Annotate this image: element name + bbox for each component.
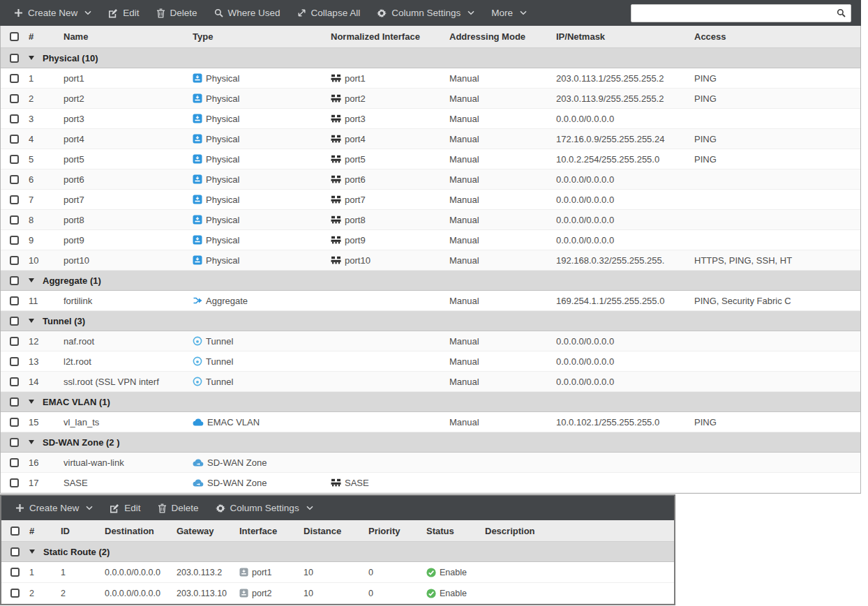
- row-checkbox[interactable]: [10, 357, 19, 366]
- row-checkbox[interactable]: [10, 337, 19, 346]
- interface-row[interactable]: 9port9Physicalport9Manual0.0.0.0/0.0.0.0: [1, 230, 860, 250]
- column-header-[interactable]: #: [29, 31, 63, 42]
- interface-row[interactable]: 11fortilinkAggregateManual169.254.1.1/25…: [1, 291, 860, 311]
- chevron-down-icon: [84, 10, 91, 15]
- interface-row[interactable]: 5port5Physicalport5Manual10.0.2.254/255.…: [1, 149, 860, 169]
- column-header-distance[interactable]: Distance: [304, 526, 368, 536]
- type-label: Physical: [206, 235, 239, 245]
- row-checkbox[interactable]: [10, 527, 20, 536]
- row-checkbox[interactable]: [10, 296, 19, 305]
- checkbox-cell: [1, 155, 29, 164]
- search-icon[interactable]: [837, 8, 846, 17]
- row-checkbox[interactable]: [10, 114, 19, 123]
- interface-row[interactable]: 15vl_lan_tsEMAC VLANManual10.0.102.1/255…: [1, 412, 860, 432]
- interface-row[interactable]: 7port7Physicalport7Manual0.0.0.0/0.0.0.0: [1, 190, 860, 210]
- column-header-normalized-interface[interactable]: Normalized Interface: [331, 31, 449, 42]
- column-header-priority[interactable]: Priority: [368, 526, 426, 536]
- interface-row[interactable]: 8port8Physicalport8Manual0.0.0.0/0.0.0.0: [1, 210, 860, 230]
- cell-number: 2: [29, 589, 61, 598]
- interface-row[interactable]: 17SASESD-WAN ZoneSASE: [1, 473, 860, 493]
- toolbar-item-more[interactable]: More: [483, 0, 535, 26]
- group-row-static-route-2[interactable]: Static Route (2): [1, 542, 674, 562]
- cell-type: Physical: [193, 134, 331, 144]
- row-checkbox[interactable]: [10, 54, 19, 63]
- trash-icon: [156, 8, 165, 18]
- row-checkbox[interactable]: [10, 236, 19, 245]
- static-route-row[interactable]: 110.0.0.0/0.0.0.0203.0.113.2port1100Enab…: [1, 562, 674, 583]
- row-checkbox[interactable]: [10, 547, 20, 556]
- row-checkbox[interactable]: [10, 155, 19, 164]
- row-checkbox[interactable]: [10, 397, 19, 407]
- toolbar-item-collapse-all[interactable]: Collapse All: [289, 0, 369, 26]
- row-checkbox[interactable]: [10, 589, 20, 598]
- interface-row[interactable]: 10port10Physicalport10Manual192.168.0.32…: [1, 250, 860, 271]
- checkbox-cell: [1, 94, 29, 103]
- edit-icon: [110, 503, 119, 513]
- toolbar-item-column-settings[interactable]: Column Settings: [207, 496, 322, 520]
- column-header-addressing-mode[interactable]: Addressing Mode: [449, 31, 556, 42]
- column-header-name[interactable]: Name: [63, 31, 193, 42]
- static-route-row[interactable]: 220.0.0.0/0.0.0.0203.0.113.10port2100Ena…: [1, 583, 674, 604]
- row-checkbox[interactable]: [10, 317, 19, 326]
- row-checkbox[interactable]: [10, 276, 19, 285]
- search-input[interactable]: [636, 8, 837, 18]
- row-checkbox[interactable]: [10, 438, 19, 447]
- column-header-destination[interactable]: Destination: [105, 526, 177, 536]
- row-checkbox[interactable]: [10, 377, 19, 386]
- row-checkbox[interactable]: [10, 458, 19, 467]
- interface-row[interactable]: 13l2t.rootTunnelManual0.0.0.0/0.0.0.0: [1, 351, 860, 372]
- cell-destination: 0.0.0.0/0.0.0.0: [105, 568, 177, 577]
- column-header-gateway[interactable]: Gateway: [177, 526, 239, 536]
- type-label: Aggregate: [206, 296, 248, 306]
- row-checkbox[interactable]: [10, 478, 19, 487]
- column-header-interface[interactable]: Interface: [239, 526, 304, 536]
- row-checkbox[interactable]: [10, 74, 19, 83]
- interface-row[interactable]: 2port2Physicalport2Manual203.0.113.9/255…: [1, 89, 860, 109]
- interface-row[interactable]: 12naf.rootTunnelManual0.0.0.0/0.0.0.0: [1, 331, 860, 351]
- type-label: Physical: [206, 195, 239, 205]
- group-row-tunnel-3[interactable]: Tunnel (3): [1, 311, 860, 331]
- column-header-status[interactable]: Status: [426, 526, 485, 536]
- column-header-type[interactable]: Type: [193, 31, 331, 42]
- cell-addressing-mode: Manual: [449, 73, 556, 84]
- type-label: Physical: [206, 73, 239, 84]
- group-row-sd-wan-zone-2[interactable]: SD-WAN Zone (2 ): [1, 432, 860, 453]
- interface-row[interactable]: 1port1Physicalport1Manual203.0.113.1/255…: [1, 68, 860, 89]
- column-header-access[interactable]: Access: [694, 31, 860, 42]
- row-checkbox[interactable]: [10, 215, 19, 225]
- interface-row[interactable]: 3port3Physicalport3Manual0.0.0.0/0.0.0.0: [1, 109, 860, 129]
- toolbar-item-create-new[interactable]: Create New: [7, 496, 101, 520]
- toolbar-item-edit[interactable]: Edit: [100, 0, 147, 26]
- column-header-[interactable]: #: [29, 526, 61, 536]
- row-checkbox[interactable]: [10, 418, 19, 427]
- normalized-interface-icon: [331, 155, 341, 163]
- interface-row[interactable]: 4port4Physicalport4Manual172.16.0.9/255.…: [1, 129, 860, 149]
- interface-row[interactable]: 16virtual-wan-linkSD-WAN Zone: [1, 453, 860, 473]
- check-circle-icon: [426, 568, 436, 577]
- toolbar-item-create-new[interactable]: Create New: [6, 0, 100, 26]
- toolbar-item-delete[interactable]: Delete: [148, 0, 206, 26]
- toolbar-item-delete[interactable]: Delete: [149, 496, 207, 520]
- row-checkbox[interactable]: [10, 135, 19, 144]
- column-header-description[interactable]: Description: [485, 526, 674, 536]
- type-label: Physical: [206, 93, 239, 104]
- group-row-emac-vlan-1[interactable]: EMAC VLAN (1): [1, 392, 860, 412]
- row-checkbox[interactable]: [10, 256, 19, 265]
- row-checkbox[interactable]: [10, 175, 19, 184]
- normalized-interface-label: port8: [345, 215, 366, 225]
- column-header-ip-netmask[interactable]: IP/Netmask: [556, 31, 694, 42]
- interface-row[interactable]: 14ssl.root (SSL VPN interfTunnelManual0.…: [1, 372, 860, 392]
- toolbar-item-where-used[interactable]: Where Used: [206, 0, 289, 26]
- column-header-id[interactable]: ID: [61, 526, 105, 536]
- row-checkbox[interactable]: [10, 32, 19, 41]
- interface-row[interactable]: 6port6Physicalport6Manual0.0.0.0/0.0.0.0: [1, 169, 860, 190]
- group-row-physical-10[interactable]: Physical (10): [1, 48, 860, 68]
- cell-access: HTTPS, PING, SSH, HT: [694, 255, 860, 266]
- row-checkbox[interactable]: [10, 94, 19, 103]
- toolbar-item-edit[interactable]: Edit: [101, 496, 149, 520]
- toolbar-item-column-settings[interactable]: Column Settings: [368, 0, 483, 26]
- routes-table: #IDDestinationGatewayInterfaceDistancePr…: [1, 520, 674, 604]
- row-checkbox[interactable]: [10, 195, 19, 204]
- row-checkbox[interactable]: [10, 568, 20, 577]
- group-row-aggregate-1[interactable]: Aggregate (1): [1, 271, 860, 291]
